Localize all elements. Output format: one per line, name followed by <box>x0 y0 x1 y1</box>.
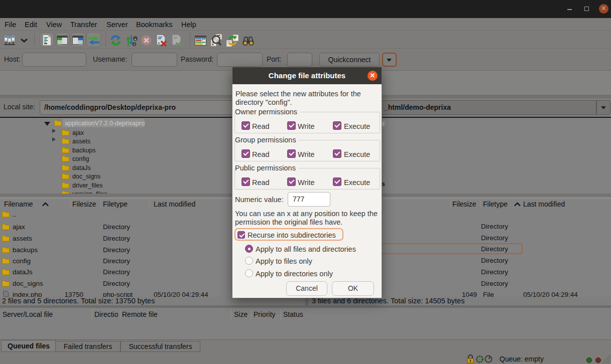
svg-text:A: A <box>478 356 481 362</box>
